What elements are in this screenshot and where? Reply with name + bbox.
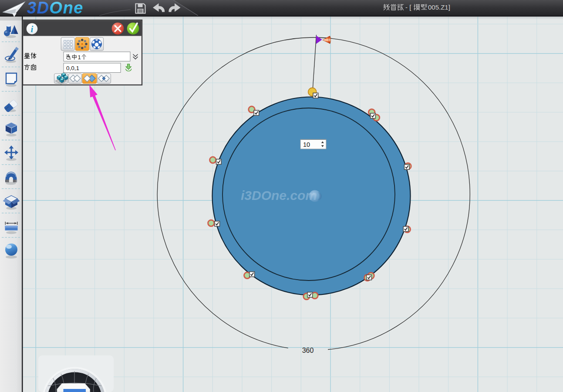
svg-text:10: 10 [303, 141, 310, 148]
svg-text:3DOne: 3DOne [27, 0, 84, 17]
svg-text:005.Z1]: 005.Z1] [428, 3, 450, 11]
svg-text:1: 1 [78, 54, 81, 61]
svg-text:0,0,1: 0,0,1 [66, 65, 79, 71]
svg-text:i3DOne.com: i3DOne.com [241, 188, 317, 203]
svg-text:i: i [31, 24, 34, 34]
svg-text:360: 360 [302, 347, 314, 354]
svg-text:- [: - [ [405, 3, 411, 11]
